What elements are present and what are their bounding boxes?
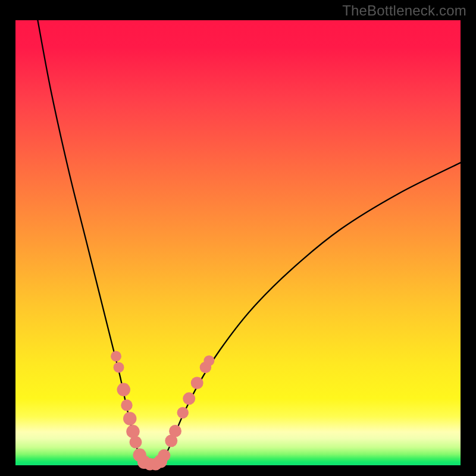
marker-dot	[154, 455, 167, 468]
left-curve	[37, 20, 143, 464]
watermark-text: TheBottleneck.com	[342, 2, 466, 19]
marker-dot	[114, 362, 124, 372]
right-curve	[159, 162, 461, 464]
curve-layer	[15, 20, 461, 465]
marker-dot	[183, 392, 195, 405]
markers-right	[158, 355, 214, 462]
marker-dot	[191, 377, 203, 389]
marker-dot	[203, 355, 214, 366]
marker-dot	[177, 407, 189, 418]
chart-frame: TheBottleneck.com	[0, 0, 476, 476]
marker-dot	[117, 383, 130, 396]
marker-dot	[111, 351, 121, 362]
marker-dot	[121, 399, 132, 411]
marker-dot	[126, 425, 139, 438]
plot-area	[15, 20, 461, 465]
markers-left	[111, 351, 146, 462]
marker-dot	[123, 412, 136, 425]
marker-dot	[129, 436, 142, 449]
markers-bottom	[137, 455, 167, 471]
marker-dot	[169, 425, 181, 437]
